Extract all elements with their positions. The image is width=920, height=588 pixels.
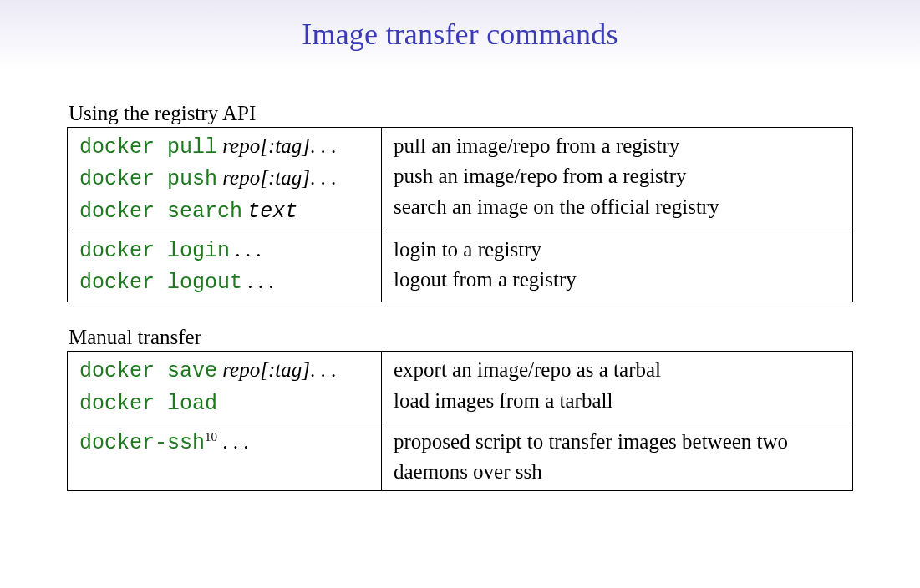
command-arg: repo	[222, 134, 260, 157]
description-text: load images from a tarball	[394, 389, 612, 412]
table-row: docker-ssh10 . . . proposed script to tr…	[68, 423, 853, 491]
command-name: docker login	[79, 239, 230, 263]
command-dots: . . .	[310, 358, 336, 381]
description-cell: proposed script to transfer images betwe…	[382, 423, 853, 491]
table-row: docker save repo[:tag]. . . docker load …	[68, 352, 853, 423]
description-text: login to a registry	[394, 238, 541, 261]
description-cell: export an image/repo as a tarbal load im…	[382, 352, 853, 423]
command-dots: . . .	[247, 270, 273, 292]
description-text: proposed script to transfer images betwe…	[394, 430, 788, 483]
footnote-marker: 10	[205, 429, 217, 443]
command-cell: docker-ssh10 . . .	[68, 423, 382, 491]
command-name: docker-ssh	[79, 431, 205, 455]
command-dots: . . .	[310, 166, 336, 189]
description-text: pull an image/repo from a registry	[394, 134, 679, 157]
table-row: docker login . . . docker logout . . . l…	[68, 231, 853, 302]
command-name: docker search	[79, 200, 242, 224]
command-suffix: [:tag]	[260, 166, 310, 189]
command-arg: repo	[222, 166, 260, 189]
registry-api-table: docker pull repo[:tag]. . . docker push …	[67, 127, 853, 302]
table-row: docker pull repo[:tag]. . . docker push …	[68, 128, 853, 231]
command-suffix: [:tag]	[260, 358, 310, 381]
command-name: docker pull	[79, 135, 217, 160]
command-cell: docker login . . . docker logout . . .	[68, 231, 382, 302]
command-name: docker push	[79, 167, 217, 191]
command-name: docker load	[79, 392, 217, 416]
command-suffix: [:tag]	[260, 134, 310, 157]
description-text: push an image/repo from a registry	[394, 165, 687, 187]
description-text: export an image/repo as a tarbal	[394, 358, 661, 381]
command-dots: . . .	[222, 430, 248, 453]
command-cell: docker save repo[:tag]. . . docker load	[68, 352, 382, 423]
command-arg: text	[247, 200, 297, 224]
command-dots: . . .	[310, 134, 336, 157]
description-cell: pull an image/repo from a registry push …	[382, 128, 853, 231]
manual-transfer-table: docker save repo[:tag]. . . docker load …	[67, 351, 853, 491]
command-dots: . . .	[235, 238, 261, 261]
description-cell: login to a registry logout from a regist…	[382, 231, 853, 302]
slide-root: Image transfer commands Using the regist…	[0, 0, 920, 588]
command-name: docker save	[79, 359, 217, 383]
slide-title: Image transfer commands	[67, 17, 853, 52]
command-arg: repo	[222, 358, 260, 381]
description-text: search an image on the official registry	[394, 195, 719, 218]
description-text: logout from a registry	[394, 268, 577, 291]
section1-heading: Using the registry API	[69, 102, 853, 125]
command-cell: docker pull repo[:tag]. . . docker push …	[68, 128, 382, 231]
section2-heading: Manual transfer	[69, 326, 853, 349]
command-name: docker logout	[79, 271, 242, 295]
